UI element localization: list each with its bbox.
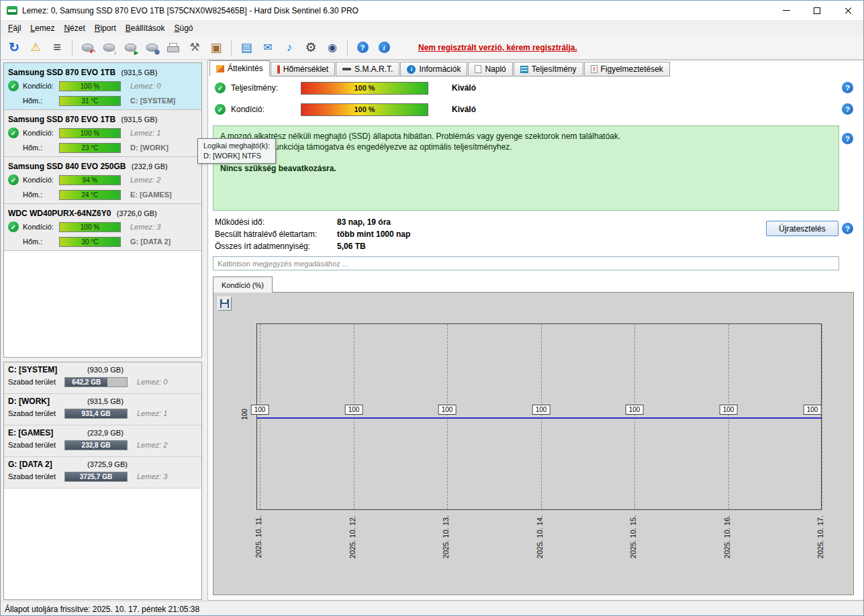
disk-name: Samsung SSD 840 EVO 250GB [8,162,126,171]
menu-settings[interactable]: Beállítások [121,21,170,35]
condition-label: Kondíció: [231,105,301,114]
free-space-bar: 642,2 GB [64,377,128,387]
power-on-label: Működési idő: [215,217,265,227]
settings-gear-icon[interactable] [301,38,321,57]
info-icon [407,65,416,74]
minimize-button[interactable] [771,1,802,20]
save-chart-button[interactable] [218,297,232,311]
tools-icon[interactable] [185,38,205,57]
disk-glyph [125,44,136,52]
disk-condition-row: Kondíció: 94 % Lemez: 2 [4,172,201,187]
tab-log[interactable]: Napló [468,62,512,76]
condition-bar: 94 % [59,175,121,185]
status-text-line2: Az SSD TRIM funkciója támogatva és enged… [220,142,832,152]
menu-view[interactable]: Nézet [59,21,89,35]
disk-glyph [82,44,93,52]
chart-gridline [822,324,822,509]
partition-item-0[interactable]: C: [SYSTEM] (930,9 GB) Szabad terület 64… [4,362,201,394]
disk-temperature-row: Hőm.: 30 °C G: [DATA 2] [4,234,201,249]
chart-tab-condition[interactable]: Kondíció (%) [213,276,273,293]
disk-list-item-2[interactable]: Samsung SSD 840 EVO 250GB (232,9 GB) Kon… [4,157,201,204]
disk-number: Lemez: 1 [130,129,160,137]
menu-help[interactable]: Súgó [169,21,197,35]
package-icon[interactable] [206,38,226,57]
toolbar-separator [231,40,232,56]
partition-name: E: [GAMES] [8,428,87,438]
total-written-label: Összes írt adatmennyiség: [215,242,310,251]
condition-bar: 100 % [301,103,428,116]
disk-condition-row: Kondíció: 100 % Lemez: 1 [4,125,201,140]
status-text-line1: A mozgó alkatrész nélküli meghajtó (SSD)… [220,131,832,142]
help-icon[interactable] [842,103,853,115]
disk-size: (232,9 GB) [132,162,168,170]
disk-list-item-1[interactable]: Samsung SSD 870 EVO 1TB (931,5 GB) Kondí… [4,110,201,157]
help-icon[interactable] [842,82,853,93]
disk-search-icon[interactable] [142,38,162,57]
comment-input[interactable] [213,256,839,270]
document-icon [475,65,481,73]
sound-icon[interactable] [279,38,299,57]
refresh-icon[interactable] [4,38,24,57]
disk-temperature-row: Hőm.: 23 °C D: [WORK] [4,140,201,155]
partition-free-row: Szabad terület 232,8 GB Lemez: 2 [4,438,201,452]
chart-point-label: 100 [438,405,457,415]
info-toolbar-button[interactable] [374,38,394,57]
disk-list-item-0[interactable]: Samsung SSD 870 EVO 1TB (931,5 GB) Kondí… [4,63,201,110]
menu-disk[interactable]: Lemez [26,21,59,35]
disk-warning-icon[interactable] [26,38,46,57]
help-icon[interactable] [842,223,853,234]
report-notes-icon[interactable] [236,38,256,57]
temperature-label: Hőm.: [23,238,59,246]
mail-icon[interactable] [258,38,278,57]
info-icon [379,42,390,53]
disk-header: WDC WD40PURX-64NZ6Y0 (3726,0 GB) [4,205,201,219]
condition-bar: 100 % [59,222,121,232]
toolbar: Nem regisztrált verzió, kérem regisztrál… [1,36,863,60]
disk-save-icon[interactable] [99,38,119,57]
tab-bar: Áttekintés Hőmérséklet S.M.A.R.T. Inform… [209,60,671,76]
tab-label: S.M.A.R.T. [354,64,393,74]
chart-x-label: 2025. 10. 13. [442,515,450,558]
disk-number: Lemez: 3 [130,223,160,231]
tab-overview[interactable]: Áttekintés [209,60,270,76]
help-icon [357,42,369,53]
disk-restore-icon[interactable] [77,38,97,57]
disk-size: (3726,0 GB) [117,209,157,217]
alert-document-icon [591,65,597,73]
tab-smart[interactable]: S.M.A.R.T. [336,62,399,76]
tab-alerts[interactable]: Figyelmeztetések [584,62,670,76]
window-controls [771,1,863,20]
online-icon[interactable] [322,38,342,57]
tab-information[interactable]: Információk [400,62,467,76]
partition-item-2[interactable]: E: [GAMES] (232,9 GB) Szabad terület 232… [4,425,201,457]
help-icon[interactable] [842,133,853,144]
disk-test-icon[interactable] [120,38,140,57]
close-button[interactable] [832,1,863,20]
details-list-icon[interactable] [47,38,67,57]
partition-size: (930,9 GB) [87,365,124,374]
tab-temperature[interactable]: Hőmérséklet [271,62,335,76]
temperature-label: Hőm.: [23,191,59,199]
help-toolbar-button[interactable] [352,38,373,57]
partition-item-3[interactable]: G: [DATA 2] (3725,9 GB) Szabad terület 3… [4,457,201,489]
disk-glyph [103,44,115,52]
retest-button[interactable]: Újratesztelés [766,221,838,236]
chart-point-label: 100 [345,405,363,415]
floppy-icon [220,299,229,308]
disk-list-item-3[interactable]: WDC WD40PURX-64NZ6Y0 (3726,0 GB) Kondíci… [4,204,201,251]
close-icon [844,7,852,15]
menu-report[interactable]: Riport [90,21,121,35]
print-icon[interactable] [163,38,183,57]
tab-performance[interactable]: Teljesítmény [514,62,583,76]
disk-number: Lemez: 2 [130,176,160,184]
disk-header: Samsung SSD 870 EVO 1TB (931,5 GB) [4,111,201,125]
maximize-button[interactable] [802,1,832,20]
chart-x-label: 2025. 10. 16. [723,515,731,558]
disk-number: Lemez: 0 [130,82,160,90]
partition-size: (232,9 GB) [87,428,124,438]
disk-size: (931,5 GB) [122,115,158,123]
chart-value-line [257,417,821,419]
register-link[interactable]: Nem regisztrált verzió, kérem regisztrál… [418,43,577,52]
menu-file[interactable]: Fájl [3,21,26,35]
partition-item-1[interactable]: D: [WORK] (931,5 GB) Szabad terület 931,… [4,394,201,425]
